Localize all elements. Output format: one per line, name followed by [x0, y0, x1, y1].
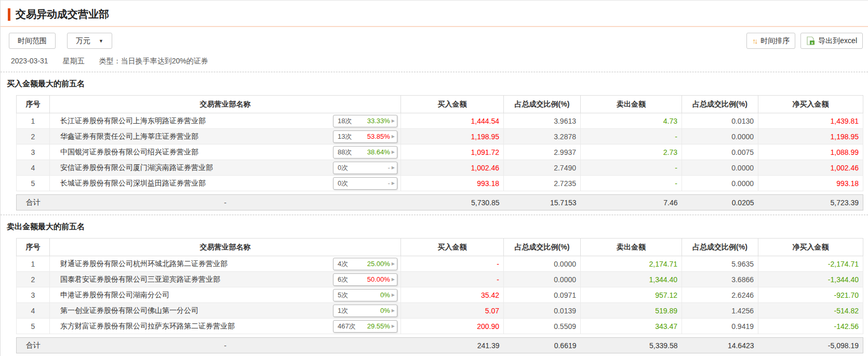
total-buy-ratio: 15.7153: [504, 195, 581, 210]
rank: 5: [17, 319, 50, 334]
win-rate: 38.64%: [367, 148, 390, 156]
win-rate: 0%: [380, 307, 390, 314]
buy-amount: 5.07: [401, 303, 504, 319]
buy-ratio: 0.0000: [504, 256, 581, 272]
chevron-right-icon: ▶: [392, 308, 395, 313]
appearance-badge[interactable]: 5次0%▶: [333, 289, 397, 301]
rank: 3: [17, 144, 50, 160]
net-buy: -921.70: [758, 287, 863, 303]
total-sell: 7.46: [581, 195, 682, 210]
toolbar: 时间范围 万元 ▼ ↑↓ 时间排序 x 导出到excel: [1, 27, 868, 49]
rank: 3: [17, 287, 50, 303]
sell-ratio: 0.0000: [682, 129, 758, 144]
col-net: 净买入金额: [758, 239, 863, 256]
sell-ratio: 0.0130: [682, 113, 758, 129]
chevron-right-icon: ▶: [392, 165, 395, 170]
appearance-badge[interactable]: 0次-▶: [333, 162, 397, 174]
table-row: 4 安信证券股份有限公司厦门湖滨南路证券营业部 0次-▶ 1,002.46 2.…: [17, 160, 863, 176]
type-label: 类型：: [99, 57, 121, 66]
rank: 5: [17, 176, 50, 191]
appearance-badge[interactable]: 467次29.55%▶: [333, 320, 397, 333]
table-row: 2 华鑫证券有限责任公司上海莘庄证券营业部 13次53.85%▶ 1,198.9…: [17, 129, 863, 144]
broker-name[interactable]: 财通证券股份有限公司杭州环城北路第二证券营业部: [60, 259, 228, 269]
total-buy-ratio: 0.6619: [504, 338, 581, 353]
sell-amount: 4.73: [581, 113, 682, 129]
net-buy: 1,002.46: [758, 160, 863, 176]
appearance-badge[interactable]: 1次0%▶: [333, 305, 397, 317]
win-rate: 0%: [380, 291, 390, 299]
col-buy-ratio: 占总成交比例(%): [504, 239, 581, 256]
buy-section-title: 买入金额最大的前五名: [1, 72, 868, 95]
net-buy: 1,439.81: [758, 113, 863, 129]
table-row: 5 东方财富证券股份有限公司拉萨东环路第二证券营业部 467次29.55%▶ 2…: [17, 319, 863, 334]
unit-select[interactable]: 万元 ▼: [67, 33, 112, 49]
buy-ratio: 3.9613: [504, 113, 581, 129]
chevron-right-icon: ▶: [392, 134, 395, 139]
appearance-badge[interactable]: 88次38.64%▶: [333, 146, 397, 159]
broker-name[interactable]: 东方财富证券股份有限公司拉萨东环路第二证券营业部: [60, 322, 235, 331]
chevron-right-icon: ▶: [392, 277, 395, 282]
buy-ratio: 0.0139: [504, 303, 581, 319]
appearance-badge[interactable]: 0次-▶: [333, 177, 397, 190]
col-sell: 卖出金额: [581, 239, 682, 256]
net-buy: -1,344.40: [758, 272, 863, 287]
buy-ratio: 2.7490: [504, 160, 581, 176]
broker-name[interactable]: 长城证券股份有限公司深圳益田路证券营业部: [60, 179, 206, 188]
broker-name[interactable]: 国泰君安证券股份有限公司三亚迎宾路证券营业部: [60, 275, 220, 284]
appearance-badge[interactable]: 13次53.85%▶: [333, 130, 397, 143]
broker-name[interactable]: 安信证券股份有限公司厦门湖滨南路证券营业部: [60, 163, 213, 173]
type-value: 当日换手率达到20%的证券: [121, 57, 208, 66]
chevron-right-icon: ▶: [392, 324, 395, 328]
broker-name[interactable]: 申港证券股份有限公司湖南分公司: [60, 291, 169, 300]
col-sell-ratio: 占总成交比例(%): [682, 96, 758, 113]
time-sort-button[interactable]: ↑↓ 时间排序: [746, 33, 795, 49]
chevron-down-icon: ▼: [99, 38, 103, 44]
net-buy: 1,088.99: [758, 144, 863, 160]
appearance-badge[interactable]: 6次50.00%▶: [333, 273, 397, 286]
chevron-right-icon: ▶: [392, 118, 395, 123]
broker-name[interactable]: 中国银河证券股份有限公司绍兴证券营业部: [60, 148, 198, 157]
trading-department-panel: 交易异动成交营业部 时间范围 万元 ▼ ↑↓ 时间排序 x 导出到excel 2…: [0, 0, 868, 356]
appearance-badge[interactable]: 18次33.33%▶: [333, 115, 397, 127]
sell-amount: -: [581, 160, 682, 176]
broker-name[interactable]: 华鑫证券有限责任公司上海莘庄证券营业部: [60, 132, 198, 141]
table-row: 3 中国银河证券股份有限公司绍兴证券营业部 88次38.64%▶ 1,091.7…: [17, 144, 863, 160]
sell-amount: 2.73: [581, 144, 682, 160]
time-range-button[interactable]: 时间范围: [9, 33, 56, 49]
total-buy: 241.39: [401, 338, 504, 353]
net-buy: 1,198.95: [758, 129, 863, 144]
total-name: -: [50, 195, 401, 210]
buy-ratio: 2.9937: [504, 144, 581, 160]
sell-ratio: 0.0000: [682, 176, 758, 191]
chevron-right-icon: ▶: [392, 293, 395, 297]
sell-amount: 2,174.71: [581, 256, 682, 272]
win-rate: 29.55%: [367, 322, 390, 330]
accent-bar: [8, 8, 10, 21]
col-buy: 买入金额: [401, 96, 504, 113]
buy-ratio: 0.0971: [504, 287, 581, 303]
buy-amount: -: [401, 272, 504, 287]
col-buy-ratio: 占总成交比例(%): [504, 96, 581, 113]
chevron-right-icon: ▶: [392, 181, 395, 186]
buy-ratio: 3.2878: [504, 129, 581, 144]
sell-ratio: 0.9419: [682, 319, 758, 334]
total-net: 5,723.39: [758, 195, 863, 210]
table-row: 3 申港证券股份有限公司湖南分公司 5次0%▶ 35.42 0.0971 957…: [17, 287, 863, 303]
sell-ratio: 1.4256: [682, 303, 758, 319]
broker-name[interactable]: 第一创业证券股份有限公司佛山第一分公司: [60, 306, 198, 315]
table-row: 1 财通证券股份有限公司杭州环城北路第二证券营业部 4次25.00%▶ - 0.…: [17, 256, 863, 272]
sell-amount: -: [581, 129, 682, 144]
appearance-badge[interactable]: 4次25.00%▶: [333, 258, 397, 270]
table-row: 1 长江证券股份有限公司上海东明路证券营业部 18次33.33%▶ 1,444.…: [17, 113, 863, 129]
win-rate: -: [388, 179, 390, 187]
sell-ratio: 0.0075: [682, 144, 758, 160]
rank: 2: [17, 129, 50, 144]
rank: 4: [17, 160, 50, 176]
win-rate: 33.33%: [367, 117, 390, 125]
rank: 4: [17, 303, 50, 319]
total-label: 合计: [17, 195, 50, 210]
toolbar-right: ↑↓ 时间排序 x 导出到excel: [741, 33, 863, 49]
export-excel-button[interactable]: x 导出到excel: [800, 33, 863, 49]
total-buy: 5,730.85: [401, 195, 504, 210]
broker-name[interactable]: 长江证券股份有限公司上海东明路证券营业部: [60, 116, 206, 126]
